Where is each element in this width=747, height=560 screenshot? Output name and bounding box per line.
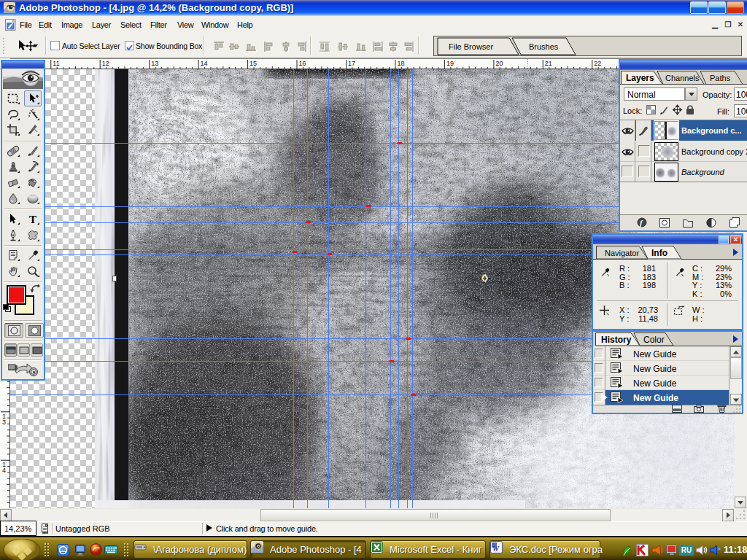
svg-text:Paths: Paths [710, 74, 731, 82]
svg-text:Info: Info [651, 248, 667, 258]
svg-text:19: 19 [446, 60, 454, 67]
svg-text:W: W [492, 545, 500, 553]
svg-text:22: 22 [594, 60, 601, 67]
svg-text:11: 11 [53, 60, 59, 67]
svg-text:16: 16 [299, 60, 306, 67]
svg-text:File Browser: File Browser [449, 42, 493, 51]
svg-text:4: 4 [2, 467, 6, 474]
svg-text:15: 15 [249, 60, 257, 67]
svg-text:Color: Color [643, 335, 665, 345]
svg-text:History: History [601, 335, 632, 345]
svg-text:12: 12 [102, 60, 109, 67]
svg-text:17: 17 [348, 60, 355, 67]
svg-text:21: 21 [545, 60, 552, 67]
svg-text:Navigator: Navigator [605, 249, 639, 257]
svg-text:20: 20 [495, 60, 503, 67]
svg-text:14: 14 [201, 60, 208, 67]
svg-text:T: T [29, 213, 36, 225]
svg-text:18: 18 [397, 60, 404, 67]
svg-text:13: 13 [151, 60, 158, 67]
svg-text:Channels: Channels [665, 74, 700, 82]
svg-text:Brushes: Brushes [529, 42, 559, 51]
svg-text:3: 3 [2, 419, 6, 426]
svg-text:Layers: Layers [626, 73, 654, 83]
